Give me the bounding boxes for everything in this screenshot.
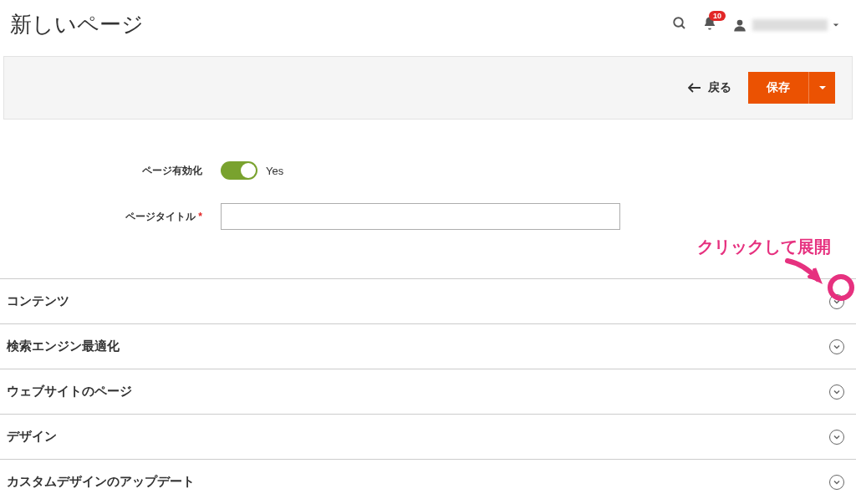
search-icon[interactable] (672, 16, 687, 34)
section-title: デザイン (7, 429, 57, 445)
page-title-input[interactable] (221, 203, 620, 230)
chevron-down-icon (829, 339, 844, 354)
save-button[interactable]: 保存 (748, 72, 808, 104)
back-label: 戻る (708, 80, 731, 95)
annotation-text: クリックして展開 (697, 236, 831, 258)
user-name (752, 19, 828, 31)
svg-point-2 (737, 19, 743, 25)
section-1[interactable]: 検索エンジン最適化 (0, 323, 856, 369)
annotation-arrow-icon (781, 257, 831, 291)
annotation-highlight-ring (828, 274, 854, 301)
notifications-button[interactable]: 10 (702, 16, 717, 34)
enable-page-value: Yes (266, 165, 283, 177)
chevron-down-icon (829, 475, 844, 490)
section-title: ウェブサイトのページ (7, 384, 132, 400)
back-button[interactable]: 戻る (688, 80, 731, 95)
section-title: カスタムデザインのアップデート (7, 474, 195, 490)
enable-page-label: ページ有効化 (10, 164, 221, 178)
section-4[interactable]: カスタムデザインのアップデート (0, 459, 856, 504)
save-dropdown-button[interactable] (808, 72, 835, 104)
enable-page-toggle[interactable] (221, 161, 257, 180)
section-0[interactable]: コンテンツ (0, 278, 856, 323)
page-title: 新しいページ (10, 10, 144, 39)
notification-badge: 10 (709, 11, 726, 22)
svg-point-0 (674, 18, 683, 27)
section-title: コンテンツ (7, 293, 69, 309)
page-title-label: ページタイトル* (10, 210, 221, 224)
section-2[interactable]: ウェブサイトのページ (0, 369, 856, 414)
svg-line-1 (681, 25, 685, 28)
section-3[interactable]: デザイン (0, 414, 856, 459)
section-title: 検索エンジン最適化 (7, 339, 120, 354)
chevron-down-icon (829, 430, 844, 445)
user-menu[interactable] (732, 18, 839, 33)
chevron-down-icon (829, 384, 844, 400)
